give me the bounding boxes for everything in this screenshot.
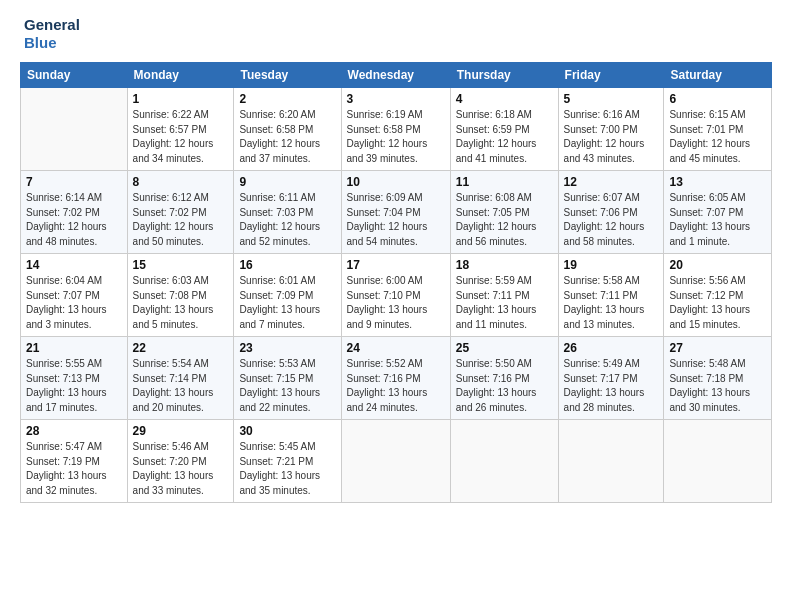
day-cell: 18Sunrise: 5:59 AM Sunset: 7:11 PM Dayli… [450,254,558,337]
day-cell: 3Sunrise: 6:19 AM Sunset: 6:58 PM Daylig… [341,88,450,171]
day-cell: 9Sunrise: 6:11 AM Sunset: 7:03 PM Daylig… [234,171,341,254]
day-number: 4 [456,92,553,106]
day-number: 29 [133,424,229,438]
day-number: 3 [347,92,445,106]
col-header-friday: Friday [558,63,664,88]
day-info: Sunrise: 6:08 AM Sunset: 7:05 PM Dayligh… [456,191,553,249]
day-cell: 23Sunrise: 5:53 AM Sunset: 7:15 PM Dayli… [234,337,341,420]
day-number: 24 [347,341,445,355]
day-cell: 5Sunrise: 6:16 AM Sunset: 7:00 PM Daylig… [558,88,664,171]
day-cell: 1Sunrise: 6:22 AM Sunset: 6:57 PM Daylig… [127,88,234,171]
logo-line2: Blue [24,34,80,52]
day-cell: 25Sunrise: 5:50 AM Sunset: 7:16 PM Dayli… [450,337,558,420]
day-info: Sunrise: 6:18 AM Sunset: 6:59 PM Dayligh… [456,108,553,166]
day-info: Sunrise: 6:12 AM Sunset: 7:02 PM Dayligh… [133,191,229,249]
week-row-3: 14Sunrise: 6:04 AM Sunset: 7:07 PM Dayli… [21,254,772,337]
day-cell [450,420,558,503]
col-header-monday: Monday [127,63,234,88]
day-cell: 13Sunrise: 6:05 AM Sunset: 7:07 PM Dayli… [664,171,772,254]
day-info: Sunrise: 6:04 AM Sunset: 7:07 PM Dayligh… [26,274,122,332]
day-info: Sunrise: 6:07 AM Sunset: 7:06 PM Dayligh… [564,191,659,249]
day-number: 26 [564,341,659,355]
day-info: Sunrise: 5:48 AM Sunset: 7:18 PM Dayligh… [669,357,766,415]
day-number: 20 [669,258,766,272]
day-cell: 17Sunrise: 6:00 AM Sunset: 7:10 PM Dayli… [341,254,450,337]
day-number: 6 [669,92,766,106]
day-cell: 12Sunrise: 6:07 AM Sunset: 7:06 PM Dayli… [558,171,664,254]
day-number: 18 [456,258,553,272]
col-header-thursday: Thursday [450,63,558,88]
day-cell [664,420,772,503]
week-row-4: 21Sunrise: 5:55 AM Sunset: 7:13 PM Dayli… [21,337,772,420]
day-cell: 4Sunrise: 6:18 AM Sunset: 6:59 PM Daylig… [450,88,558,171]
day-cell: 22Sunrise: 5:54 AM Sunset: 7:14 PM Dayli… [127,337,234,420]
header: General Blue General Blue [20,16,772,52]
day-cell: 16Sunrise: 6:01 AM Sunset: 7:09 PM Dayli… [234,254,341,337]
week-row-5: 28Sunrise: 5:47 AM Sunset: 7:19 PM Dayli… [21,420,772,503]
day-cell [21,88,128,171]
day-number: 25 [456,341,553,355]
day-info: Sunrise: 5:59 AM Sunset: 7:11 PM Dayligh… [456,274,553,332]
day-info: Sunrise: 5:58 AM Sunset: 7:11 PM Dayligh… [564,274,659,332]
day-info: Sunrise: 5:56 AM Sunset: 7:12 PM Dayligh… [669,274,766,332]
day-number: 7 [26,175,122,189]
day-cell: 8Sunrise: 6:12 AM Sunset: 7:02 PM Daylig… [127,171,234,254]
day-info: Sunrise: 6:00 AM Sunset: 7:10 PM Dayligh… [347,274,445,332]
week-row-1: 1Sunrise: 6:22 AM Sunset: 6:57 PM Daylig… [21,88,772,171]
day-info: Sunrise: 6:19 AM Sunset: 6:58 PM Dayligh… [347,108,445,166]
day-number: 9 [239,175,335,189]
day-cell [341,420,450,503]
day-number: 30 [239,424,335,438]
day-cell: 21Sunrise: 5:55 AM Sunset: 7:13 PM Dayli… [21,337,128,420]
day-number: 11 [456,175,553,189]
col-header-sunday: Sunday [21,63,128,88]
day-cell: 11Sunrise: 6:08 AM Sunset: 7:05 PM Dayli… [450,171,558,254]
day-info: Sunrise: 5:46 AM Sunset: 7:20 PM Dayligh… [133,440,229,498]
day-info: Sunrise: 5:53 AM Sunset: 7:15 PM Dayligh… [239,357,335,415]
day-info: Sunrise: 6:16 AM Sunset: 7:00 PM Dayligh… [564,108,659,166]
day-cell: 14Sunrise: 6:04 AM Sunset: 7:07 PM Dayli… [21,254,128,337]
day-info: Sunrise: 6:20 AM Sunset: 6:58 PM Dayligh… [239,108,335,166]
day-info: Sunrise: 6:05 AM Sunset: 7:07 PM Dayligh… [669,191,766,249]
day-info: Sunrise: 6:14 AM Sunset: 7:02 PM Dayligh… [26,191,122,249]
day-number: 13 [669,175,766,189]
day-info: Sunrise: 5:54 AM Sunset: 7:14 PM Dayligh… [133,357,229,415]
day-number: 16 [239,258,335,272]
col-header-saturday: Saturday [664,63,772,88]
day-cell: 2Sunrise: 6:20 AM Sunset: 6:58 PM Daylig… [234,88,341,171]
day-info: Sunrise: 6:09 AM Sunset: 7:04 PM Dayligh… [347,191,445,249]
day-number: 19 [564,258,659,272]
day-cell: 28Sunrise: 5:47 AM Sunset: 7:19 PM Dayli… [21,420,128,503]
day-info: Sunrise: 6:03 AM Sunset: 7:08 PM Dayligh… [133,274,229,332]
day-cell: 19Sunrise: 5:58 AM Sunset: 7:11 PM Dayli… [558,254,664,337]
day-cell: 27Sunrise: 5:48 AM Sunset: 7:18 PM Dayli… [664,337,772,420]
day-number: 5 [564,92,659,106]
day-number: 28 [26,424,122,438]
main-container: General Blue General Blue SundayMondayTu… [0,0,792,513]
day-number: 15 [133,258,229,272]
day-info: Sunrise: 5:47 AM Sunset: 7:19 PM Dayligh… [26,440,122,498]
day-cell: 26Sunrise: 5:49 AM Sunset: 7:17 PM Dayli… [558,337,664,420]
col-header-tuesday: Tuesday [234,63,341,88]
day-cell: 10Sunrise: 6:09 AM Sunset: 7:04 PM Dayli… [341,171,450,254]
day-number: 8 [133,175,229,189]
day-cell: 29Sunrise: 5:46 AM Sunset: 7:20 PM Dayli… [127,420,234,503]
day-cell [558,420,664,503]
week-row-2: 7Sunrise: 6:14 AM Sunset: 7:02 PM Daylig… [21,171,772,254]
day-info: Sunrise: 6:15 AM Sunset: 7:01 PM Dayligh… [669,108,766,166]
day-number: 23 [239,341,335,355]
calendar-header-row: SundayMondayTuesdayWednesdayThursdayFrid… [21,63,772,88]
day-number: 21 [26,341,122,355]
day-info: Sunrise: 5:45 AM Sunset: 7:21 PM Dayligh… [239,440,335,498]
day-cell: 30Sunrise: 5:45 AM Sunset: 7:21 PM Dayli… [234,420,341,503]
day-number: 2 [239,92,335,106]
day-number: 14 [26,258,122,272]
day-info: Sunrise: 5:55 AM Sunset: 7:13 PM Dayligh… [26,357,122,415]
day-cell: 20Sunrise: 5:56 AM Sunset: 7:12 PM Dayli… [664,254,772,337]
logo-line1: General [24,16,80,34]
day-info: Sunrise: 6:22 AM Sunset: 6:57 PM Dayligh… [133,108,229,166]
logo: General Blue General Blue [20,16,80,52]
day-info: Sunrise: 5:49 AM Sunset: 7:17 PM Dayligh… [564,357,659,415]
day-number: 17 [347,258,445,272]
day-cell: 6Sunrise: 6:15 AM Sunset: 7:01 PM Daylig… [664,88,772,171]
